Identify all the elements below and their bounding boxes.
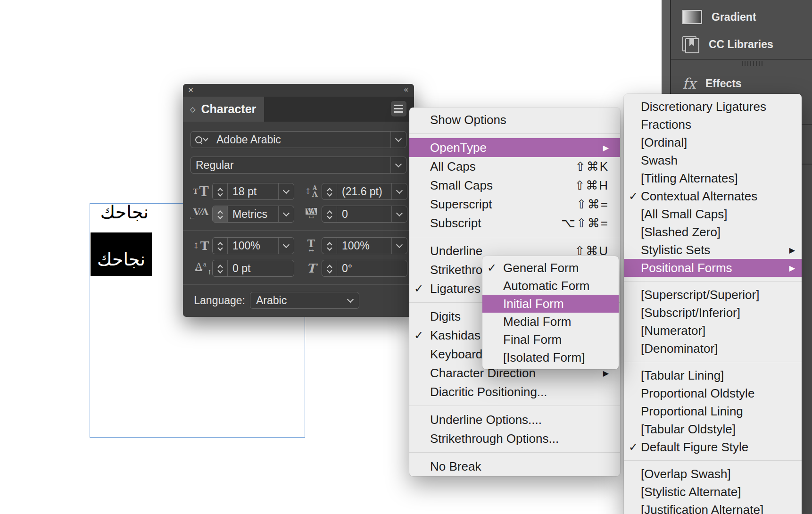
dock-item-cc-libraries[interactable]: CC Libraries bbox=[682, 33, 773, 56]
font-size-stepper[interactable] bbox=[213, 183, 228, 199]
dock-item-gradient[interactable]: Gradient bbox=[682, 6, 756, 28]
skew-field[interactable]: 0° bbox=[322, 260, 407, 277]
menu-item-label: [Tabular Oldstyle] bbox=[641, 422, 795, 437]
menu-separator bbox=[624, 281, 802, 282]
menu-item-subscript[interactable]: Subscript⌥⇧⌘= bbox=[409, 214, 620, 232]
language-label: Language: bbox=[191, 294, 245, 307]
horizontal-scale-dropdown[interactable] bbox=[391, 238, 407, 254]
menu-item-superscript[interactable]: Superscript⇧⌘= bbox=[409, 195, 620, 214]
menu-item-proportional-oldstyle[interactable]: Proportional Oldstyle bbox=[624, 384, 802, 402]
tracking-stepper[interactable] bbox=[322, 206, 337, 222]
menu-item-final-form[interactable]: Final Form bbox=[482, 331, 619, 348]
menu-item-medial-form[interactable]: Medial Form bbox=[482, 313, 619, 331]
menu-item-default-figure-style[interactable]: ✓Default Figure Style bbox=[624, 438, 802, 456]
menu-item-discretionary-ligatures[interactable]: Discretionary Ligatures bbox=[624, 98, 802, 116]
menu-item-superscript-superior[interactable]: [Superscript/Superior] bbox=[624, 286, 802, 304]
menu-item-small-caps[interactable]: Small Caps⇧⌘H bbox=[409, 176, 620, 195]
menu-item-label: [Slashed Zero] bbox=[641, 225, 795, 240]
dock-separator bbox=[801, 124, 812, 125]
menu-item-label: Proportional Lining bbox=[641, 404, 795, 419]
menu-item-overlap-swash[interactable]: [Overlap Swash] bbox=[624, 465, 802, 483]
language-field[interactable]: Arabic bbox=[250, 292, 359, 309]
menu-shortcut: ⌥⇧⌘= bbox=[561, 216, 609, 231]
menu-item-diacritic-positioning[interactable]: Diacritic Positioning... bbox=[409, 382, 620, 401]
menu-item-ordinal[interactable]: [Ordinal] bbox=[624, 133, 802, 151]
horizontal-scale-field[interactable]: 100% bbox=[322, 237, 407, 254]
tracking-field[interactable]: 0 bbox=[322, 206, 407, 223]
collapse-panel-icon[interactable]: « bbox=[404, 85, 407, 94]
tab-character[interactable]: ◇ Character bbox=[183, 97, 264, 122]
menu-item-label: [Subscript/Inferior] bbox=[641, 306, 795, 320]
menu-item-all-small-caps[interactable]: [All Small Caps] bbox=[624, 205, 802, 223]
menu-item-label: Small Caps bbox=[430, 178, 574, 193]
kerning-stepper[interactable] bbox=[213, 206, 228, 222]
leading-dropdown[interactable] bbox=[391, 183, 407, 199]
skew-stepper[interactable] bbox=[322, 260, 337, 276]
menu-item-strikethrough-options[interactable]: Strikethrough Options... bbox=[409, 429, 620, 448]
font-size-dropdown[interactable] bbox=[278, 183, 294, 199]
panel-menu-button[interactable] bbox=[391, 101, 406, 116]
menu-item-label: Positional Forms bbox=[641, 261, 789, 275]
menu-item-fractions[interactable]: Fractions bbox=[624, 116, 802, 133]
language-dropdown[interactable] bbox=[342, 299, 359, 302]
menu-item-contextual-alternates[interactable]: ✓Contextual Alternates bbox=[624, 187, 802, 205]
cc-libraries-icon bbox=[682, 36, 699, 52]
vertical-scale-stepper[interactable] bbox=[213, 238, 228, 254]
menu-item-label: No Break bbox=[430, 459, 609, 474]
tracking-dropdown[interactable] bbox=[391, 206, 407, 222]
menu-item-tabular-lining[interactable]: [Tabular Lining] bbox=[624, 366, 802, 384]
baseline-shift-field[interactable]: 0 pt bbox=[212, 260, 294, 277]
checkmark-icon: ✓ bbox=[629, 440, 641, 454]
horizontal-scale-stepper[interactable] bbox=[322, 238, 337, 254]
menu-item-stylistic-sets[interactable]: Stylistic Sets▶ bbox=[624, 241, 802, 259]
dock-separator bbox=[671, 59, 812, 60]
menu-item-label: Discretionary Ligatures bbox=[641, 99, 795, 114]
menu-item-positional-forms[interactable]: Positional Forms▶ bbox=[624, 259, 802, 277]
close-icon[interactable]: × bbox=[188, 85, 193, 94]
dock-item-effects[interactable]: fx Effects bbox=[682, 72, 742, 95]
menu-item-tabular-oldstyle[interactable]: [Tabular Oldstyle] bbox=[624, 420, 802, 438]
menu-item-titling-alternates[interactable]: [Titling Alternates] bbox=[624, 169, 802, 187]
menu-item-subscript-inferior[interactable]: [Subscript/Inferior] bbox=[624, 304, 802, 322]
vertical-scale-field[interactable]: 100% bbox=[212, 237, 294, 254]
font-style-field[interactable]: Regular bbox=[191, 157, 406, 174]
vertical-scale-dropdown[interactable] bbox=[278, 238, 294, 254]
application-window: نجاحك نجاحك Gradient CC Libraries fx Eff… bbox=[0, 0, 812, 514]
arabic-text-selection[interactable]: نجاحك bbox=[91, 232, 152, 276]
font-family-field[interactable]: Adobe Arabic bbox=[191, 131, 406, 148]
arabic-text-line[interactable]: نجاحك bbox=[92, 202, 149, 225]
panel-toggle-icon: ◇ bbox=[190, 105, 196, 114]
menu-item-general-form[interactable]: ✓General Form bbox=[482, 259, 619, 277]
menu-item-proportional-lining[interactable]: Proportional Lining bbox=[624, 402, 802, 420]
menu-separator bbox=[624, 460, 802, 461]
menu-item-show-options[interactable]: Show Options bbox=[409, 110, 620, 129]
menu-item-underline-options[interactable]: Underline Options.... bbox=[409, 410, 620, 429]
menu-item-stylistic-alternate[interactable]: [Stylistic Alternate] bbox=[624, 483, 802, 501]
menu-item-all-caps[interactable]: All Caps⇧⌘K bbox=[409, 157, 620, 176]
menu-item-justification-alternate[interactable]: [Justification Alternate] bbox=[624, 501, 802, 514]
font-style-dropdown[interactable] bbox=[390, 157, 406, 173]
menu-item-slashed-zero[interactable]: [Slashed Zero] bbox=[624, 223, 802, 241]
font-size-field[interactable]: 18 pt bbox=[212, 183, 294, 200]
menu-item-automatic-form[interactable]: Automatic Form bbox=[482, 277, 619, 295]
menu-item-no-break[interactable]: No Break bbox=[409, 457, 620, 476]
panel-titlebar[interactable]: × « bbox=[183, 84, 414, 97]
menu-item-swash[interactable]: Swash bbox=[624, 151, 802, 169]
menu-item-numerator[interactable]: [Numerator] bbox=[624, 322, 802, 340]
menu-item-isolated-form[interactable]: [Isolated Form] bbox=[482, 348, 619, 366]
baseline-shift-stepper[interactable] bbox=[213, 260, 228, 276]
menu-item-initial-form[interactable]: Initial Form bbox=[482, 295, 619, 313]
kerning-value: Metrics bbox=[228, 208, 278, 221]
kerning-dropdown[interactable] bbox=[278, 206, 294, 222]
menu-item-denominator[interactable]: [Denominator] bbox=[624, 340, 802, 357]
leading-stepper[interactable] bbox=[322, 183, 337, 199]
leading-field[interactable]: (21.6 pt) bbox=[322, 183, 407, 200]
menu-item-label: Strikethrough Options... bbox=[430, 431, 609, 446]
font-family-dropdown[interactable] bbox=[390, 132, 406, 148]
menu-item-opentype[interactable]: OpenType▶ bbox=[409, 138, 620, 157]
dock-drag-handle[interactable] bbox=[742, 61, 762, 66]
kerning-field[interactable]: Metrics bbox=[212, 206, 294, 223]
checkmark-icon: ✓ bbox=[414, 282, 430, 295]
menu-shortcut: ⇧⌘H bbox=[574, 178, 609, 193]
arabic-selected-text: نجاحك bbox=[97, 250, 145, 268]
